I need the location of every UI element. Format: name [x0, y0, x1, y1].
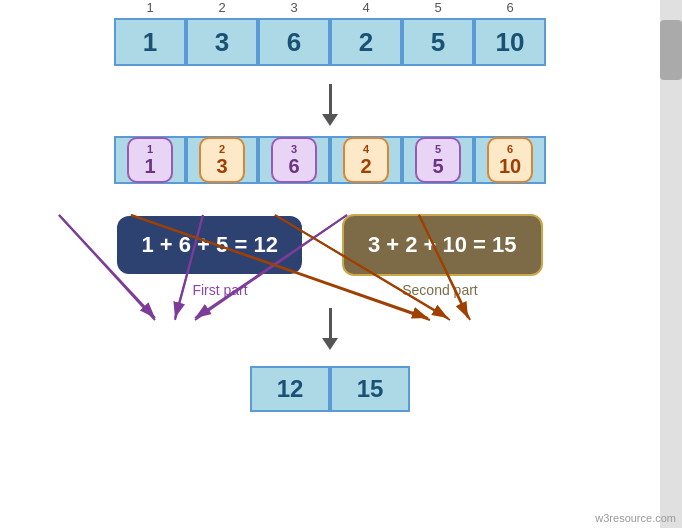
top-value-4: 2	[359, 27, 373, 58]
second-cell-6: 6 10	[474, 136, 546, 184]
top-index-5: 5	[434, 0, 441, 15]
top-value-5: 5	[431, 27, 445, 58]
badge-index-6: 6	[507, 144, 513, 155]
top-index-3: 3	[290, 0, 297, 15]
label-first-part: First part	[130, 282, 310, 298]
top-value-3: 6	[287, 27, 301, 58]
second-array-container: 1 1 2 3 3 6	[114, 136, 546, 184]
results-row: 1 + 6 + 5 = 12 3 + 2 + 10 = 15	[117, 214, 542, 276]
badge-value-3: 6	[288, 156, 299, 176]
final-value-1: 12	[277, 375, 304, 403]
final-cell-1: 12	[250, 366, 330, 412]
top-index-6: 6	[506, 0, 513, 15]
top-value-6: 10	[496, 27, 525, 58]
top-index-4: 4	[362, 0, 369, 15]
top-cell-6: 6 10	[474, 18, 546, 66]
result-expression-left: 1 + 6 + 5 = 12	[141, 232, 277, 257]
label-row: First part Second part	[130, 282, 530, 298]
arrow-down-2	[322, 308, 338, 350]
badge-value-1: 1	[144, 156, 155, 176]
top-index-1: 1	[146, 0, 153, 15]
top-array: 1 1 2 3 3 6 4 2 5 5	[114, 18, 546, 66]
second-cell-2: 2 3	[186, 136, 258, 184]
badge-4: 4 2	[343, 137, 389, 183]
top-cell-2: 2 3	[186, 18, 258, 66]
badge-5: 5 5	[415, 137, 461, 183]
badge-index-3: 3	[291, 144, 297, 155]
badge-index-1: 1	[147, 144, 153, 155]
badge-2: 2 3	[199, 137, 245, 183]
result-box-left: 1 + 6 + 5 = 12	[117, 216, 301, 274]
second-cell-3: 3 6	[258, 136, 330, 184]
badge-value-6: 10	[499, 156, 521, 176]
final-cell-2: 15	[330, 366, 410, 412]
watermark: w3resource.com	[595, 512, 676, 524]
final-array: 12 15	[250, 366, 410, 412]
top-index-2: 2	[218, 0, 225, 15]
scrollbar-thumb[interactable]	[660, 20, 682, 80]
badge-value-4: 2	[360, 156, 371, 176]
top-cell-4: 4 2	[330, 18, 402, 66]
second-cell-4: 4 2	[330, 136, 402, 184]
result-box-right: 3 + 2 + 10 = 15	[342, 214, 543, 276]
result-expression-right: 3 + 2 + 10 = 15	[368, 232, 517, 257]
badge-value-5: 5	[432, 156, 443, 176]
top-value-1: 1	[143, 27, 157, 58]
final-value-2: 15	[357, 375, 384, 403]
badge-index-4: 4	[363, 144, 369, 155]
badge-index-5: 5	[435, 144, 441, 155]
second-cell-1: 1 1	[114, 136, 186, 184]
top-cell-3: 3 6	[258, 18, 330, 66]
second-cell-5: 5 5	[402, 136, 474, 184]
top-cell-1: 1 1	[114, 18, 186, 66]
badge-value-2: 3	[216, 156, 227, 176]
badge-6: 6 10	[487, 137, 533, 183]
label-second-part: Second part	[350, 282, 530, 298]
badge-3: 3 6	[271, 137, 317, 183]
arrow-down-1	[322, 84, 338, 126]
top-cell-5: 5 5	[402, 18, 474, 66]
badge-index-2: 2	[219, 144, 225, 155]
scrollbar[interactable]	[660, 0, 682, 528]
badge-1: 1 1	[127, 137, 173, 183]
top-value-2: 3	[215, 27, 229, 58]
second-array: 1 1 2 3 3 6	[114, 136, 546, 184]
